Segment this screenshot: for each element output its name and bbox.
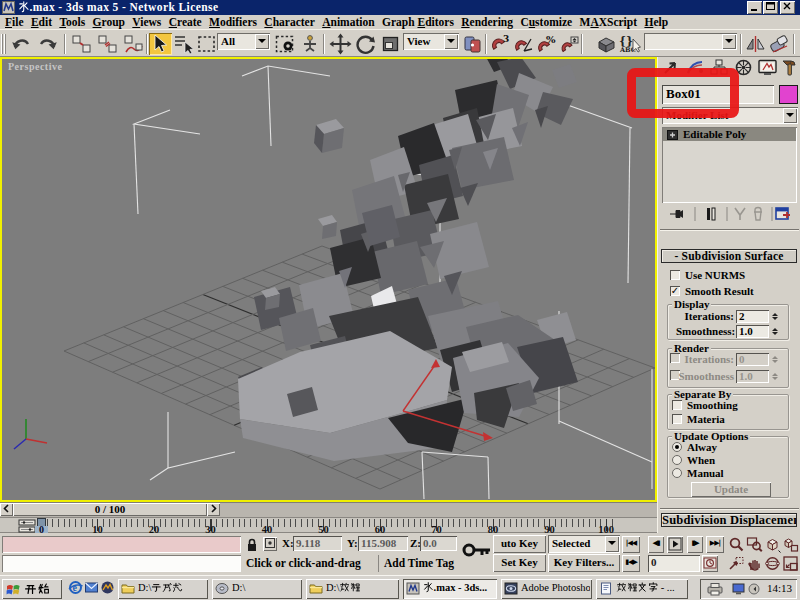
reference-coordinate-system-combo[interactable]: View bbox=[403, 33, 459, 50]
menu-rendering[interactable]: Rendering bbox=[461, 15, 513, 29]
bind-to-space-warp-button[interactable] bbox=[122, 33, 145, 55]
combo-arrow-icon[interactable] bbox=[444, 34, 458, 49]
close-button[interactable] bbox=[780, 1, 795, 14]
when-radio[interactable] bbox=[672, 455, 682, 465]
combo-arrow-icon[interactable] bbox=[605, 536, 619, 552]
menu-modifiers[interactable]: Modifiers bbox=[209, 15, 257, 29]
display-iterations-spinner[interactable] bbox=[770, 310, 781, 323]
maxscript-mini-listener-input[interactable] bbox=[2, 555, 241, 572]
previous-frame-button[interactable]: ◀▮ bbox=[648, 536, 664, 553]
set-key-button[interactable]: Set Key bbox=[493, 554, 546, 572]
menu-create[interactable]: Create bbox=[169, 15, 202, 29]
select-and-rotate-button[interactable] bbox=[354, 33, 377, 55]
rectangular-selection-region-button[interactable] bbox=[195, 33, 218, 55]
zoom-all-button[interactable] bbox=[746, 536, 763, 553]
y-coordinate-field[interactable]: 115.908 bbox=[358, 536, 408, 551]
minimize-button[interactable] bbox=[747, 1, 762, 14]
set-keys-key-icon[interactable] bbox=[462, 540, 492, 566]
viewport-object[interactable] bbox=[238, 59, 578, 461]
render-iterations-field[interactable]: 0 bbox=[736, 353, 769, 366]
always-radio[interactable] bbox=[672, 442, 682, 452]
auto-key-button[interactable]: uto Key bbox=[493, 535, 546, 553]
menu-views[interactable]: Views bbox=[132, 15, 161, 29]
select-object-button[interactable] bbox=[149, 33, 172, 55]
arc-rotate-button[interactable] bbox=[764, 555, 781, 572]
quick-launch-outlook-icon[interactable] bbox=[84, 580, 99, 595]
maxscript-mini-listener-macro[interactable] bbox=[2, 536, 241, 553]
make-unique-icon[interactable] bbox=[732, 206, 748, 222]
taskbar-task-folder-d[interactable]: D:\ bbox=[212, 579, 302, 599]
keyboard-shortcut-override-button[interactable]: {}ABC bbox=[618, 33, 641, 55]
tab-utilities[interactable] bbox=[778, 58, 800, 77]
combo-arrow-icon[interactable] bbox=[722, 34, 736, 49]
selection-lock-icon[interactable] bbox=[246, 538, 258, 552]
combo-arrow-icon[interactable] bbox=[783, 108, 797, 123]
toolbar-drag-handle[interactable] bbox=[1, 34, 8, 54]
percent-snap-toggle-button[interactable]: % bbox=[534, 33, 557, 55]
x-coordinate-field[interactable]: 9.118 bbox=[293, 536, 342, 551]
menu-character[interactable]: Character bbox=[264, 15, 314, 29]
key-mode-toggle-button[interactable]: ▮◀▶ bbox=[622, 555, 640, 572]
taskbar-clock[interactable]: 14:13 bbox=[767, 582, 792, 594]
select-and-manipulate-button[interactable] bbox=[299, 33, 322, 55]
rollout-subdivision-surface-header[interactable]: - Subdivision Surface bbox=[661, 249, 797, 263]
rollout-subdivision-displacement-header[interactable]: Subdivision Displacement bbox=[661, 513, 797, 527]
render-smoothness-spinner[interactable] bbox=[770, 370, 781, 383]
render-iterations-spinner[interactable] bbox=[770, 353, 781, 366]
menu-file[interactable]: File bbox=[5, 15, 24, 29]
tab-display[interactable] bbox=[756, 58, 779, 77]
object-color-swatch[interactable] bbox=[779, 85, 798, 104]
select-and-scale-button[interactable] bbox=[379, 33, 402, 55]
smooth-result-checkbox[interactable]: ✓ bbox=[670, 286, 680, 296]
configure-modifier-sets-icon[interactable] bbox=[774, 206, 792, 222]
modifier-stack-row[interactable]: Editable Poly bbox=[663, 128, 796, 141]
printer-tray-icon[interactable] bbox=[706, 582, 724, 596]
play-animation-button[interactable] bbox=[667, 536, 683, 553]
zoom-extents-all-button[interactable] bbox=[782, 536, 799, 553]
menu-group[interactable]: Group bbox=[93, 15, 125, 29]
zoom-button[interactable] bbox=[728, 536, 745, 553]
time-slider-prev-button[interactable] bbox=[0, 503, 13, 516]
smoothing-checkbox[interactable] bbox=[672, 400, 682, 410]
key-filter-selection-combo[interactable]: Selected bbox=[548, 535, 620, 553]
go-to-end-button[interactable]: ▶▶| bbox=[706, 536, 724, 553]
snap-toggle-button[interactable]: 3 bbox=[488, 33, 511, 55]
display-smoothness-spinner[interactable] bbox=[770, 325, 781, 338]
show-end-result-icon[interactable] bbox=[704, 206, 718, 222]
pan-button[interactable] bbox=[746, 555, 763, 572]
volume-tray-icon[interactable] bbox=[748, 583, 760, 595]
menu-help[interactable]: Help bbox=[644, 15, 668, 29]
select-and-move-button[interactable] bbox=[329, 33, 352, 55]
select-and-link-button[interactable] bbox=[70, 33, 93, 55]
go-to-start-button[interactable]: |◀◀ bbox=[622, 536, 640, 553]
track-bar[interactable]: 0 10 20 30 40 50 60 70 80 90 100 0 bbox=[0, 517, 657, 533]
display-iterations-field[interactable]: 2 bbox=[736, 310, 769, 323]
menu-tools[interactable]: Tools bbox=[59, 15, 85, 29]
time-slider-handle[interactable]: 0 / 100 bbox=[13, 503, 207, 516]
key-filters-button[interactable]: Key Filters... bbox=[548, 554, 620, 572]
start-button[interactable] bbox=[2, 579, 62, 599]
use-nurms-checkbox[interactable] bbox=[670, 270, 680, 280]
taskbar-task-3dsmax-active[interactable]: .max - 3ds... bbox=[403, 579, 497, 599]
redo-button[interactable] bbox=[36, 33, 59, 55]
named-selection-sets-combo[interactable] bbox=[644, 33, 737, 50]
selection-filter-combo[interactable]: All bbox=[217, 33, 270, 50]
perspective-viewport[interactable]: Perspective bbox=[0, 57, 657, 502]
z-coordinate-field[interactable]: 0.0 bbox=[420, 536, 457, 551]
pin-stack-icon[interactable] bbox=[668, 206, 686, 222]
angle-snap-toggle-button[interactable] bbox=[511, 33, 534, 55]
taskbar-task-photoshop[interactable]: Adobe Photoshop bbox=[501, 579, 592, 599]
menu-maxscript[interactable]: MAXScript bbox=[580, 15, 638, 29]
render-iterations-checkbox[interactable] bbox=[670, 353, 680, 363]
maximize-button[interactable] bbox=[763, 1, 778, 14]
taskbar-task-notepad[interactable]: - ... bbox=[596, 579, 688, 599]
combo-arrow-icon[interactable] bbox=[255, 34, 269, 49]
spinner-snap-toggle-button[interactable] bbox=[557, 33, 580, 55]
window-crossing-button[interactable] bbox=[273, 33, 296, 55]
time-configuration-button[interactable] bbox=[702, 555, 718, 572]
region-zoom-button[interactable] bbox=[728, 555, 745, 572]
select-by-name-button[interactable] bbox=[172, 33, 195, 55]
zoom-extents-button[interactable] bbox=[764, 536, 781, 553]
use-pivot-point-center-button[interactable] bbox=[461, 33, 484, 55]
time-slider-next-button[interactable] bbox=[207, 503, 220, 516]
